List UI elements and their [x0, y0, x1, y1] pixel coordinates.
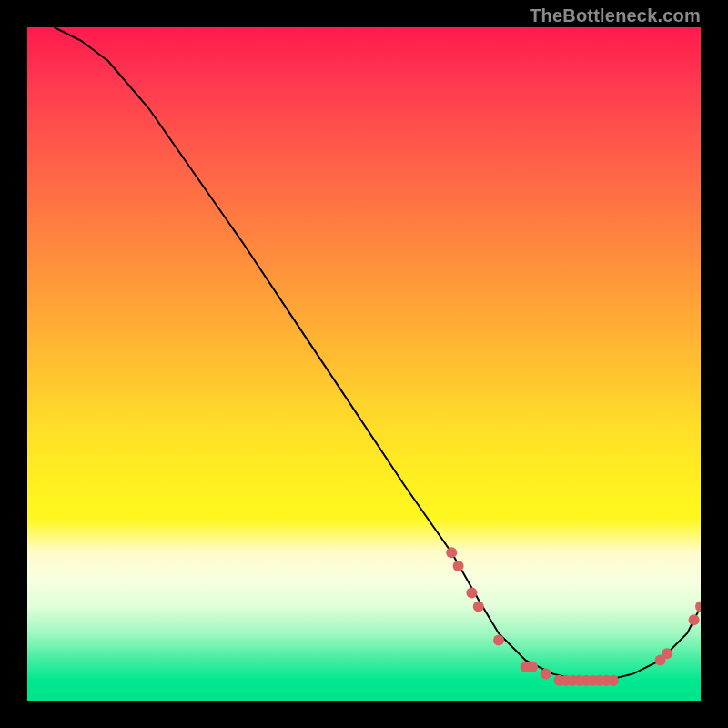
- curve-line: [55, 27, 701, 681]
- data-marker: [473, 601, 484, 612]
- plot-area: [27, 27, 701, 701]
- data-marker: [695, 601, 701, 612]
- data-marker: [655, 655, 666, 666]
- data-marker: [594, 675, 605, 686]
- bottleneck-curve: [27, 27, 701, 701]
- data-marker: [608, 675, 619, 686]
- curve-markers: [446, 547, 701, 686]
- data-marker: [541, 668, 551, 679]
- watermark-text: TheBottleneck.com: [530, 5, 701, 26]
- data-marker: [446, 547, 457, 558]
- data-marker: [601, 675, 612, 686]
- data-marker: [493, 634, 504, 645]
- data-marker: [567, 675, 578, 686]
- data-marker: [574, 675, 585, 686]
- data-marker: [561, 675, 571, 686]
- data-marker: [588, 675, 599, 686]
- data-marker: [662, 648, 672, 659]
- data-marker: [554, 675, 565, 686]
- data-marker: [581, 675, 592, 686]
- data-marker: [466, 588, 477, 599]
- data-marker: [527, 662, 538, 672]
- data-marker: [453, 561, 464, 571]
- data-marker: [521, 662, 531, 672]
- data-marker: [689, 614, 700, 625]
- chart-container: TheBottleneck.com: [0, 0, 728, 728]
